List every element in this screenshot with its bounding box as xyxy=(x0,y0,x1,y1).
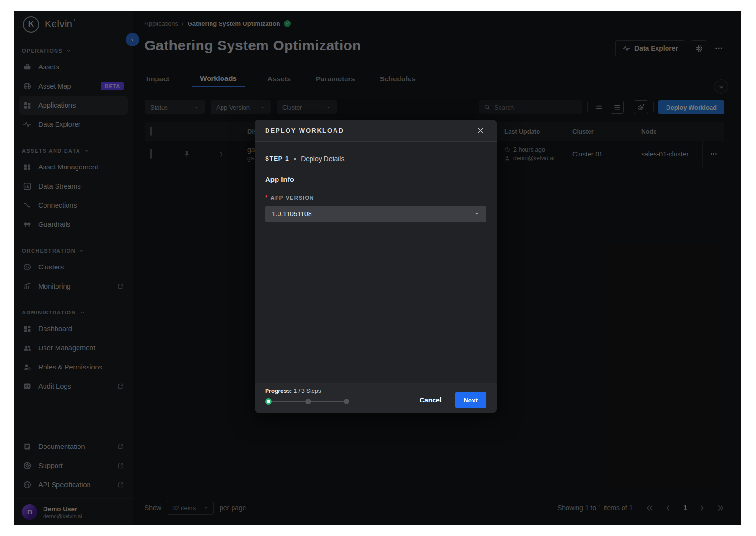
close-modal-button[interactable] xyxy=(475,125,486,136)
progress-value: 1 / 3 Steps xyxy=(293,388,321,394)
progress-text: Progress: 1 / 3 Steps xyxy=(265,388,349,394)
deploy-workload-modal: DEPLOY WORKLOAD STEP 1 Deploy Details Ap… xyxy=(255,120,497,413)
progress-indicator: Progress: 1 / 3 Steps xyxy=(265,388,349,413)
step-3-dot xyxy=(344,399,349,404)
step-2-dot xyxy=(305,399,311,404)
app-window: K Kelvin OPERATIONS Assets Asset Map BET… xyxy=(14,11,741,525)
progress-steps xyxy=(265,398,349,405)
modal-title: DEPLOY WORKLOAD xyxy=(265,127,344,134)
close-icon xyxy=(477,127,484,134)
step-name: Deploy Details xyxy=(301,155,344,163)
bullet-dot xyxy=(294,158,296,160)
progress-label: Progress: xyxy=(265,388,292,394)
step-label: STEP 1 xyxy=(265,156,289,162)
modal-footer: Progress: 1 / 3 Steps Cancel Next xyxy=(255,383,497,413)
next-button[interactable]: Next xyxy=(455,392,486,408)
modal-actions: Cancel Next xyxy=(420,388,486,413)
step-1-dot-active xyxy=(265,398,272,405)
field-label-text: APP VERSION xyxy=(271,195,315,201)
modal-body: STEP 1 Deploy Details App Info * APP VER… xyxy=(255,142,497,383)
caret-down-icon xyxy=(474,211,479,217)
app-version-value: 1.0.11051108 xyxy=(272,210,312,218)
step-indicator: STEP 1 Deploy Details xyxy=(265,155,486,163)
required-marker: * xyxy=(265,194,268,201)
app-info-heading: App Info xyxy=(265,175,486,183)
cancel-button[interactable]: Cancel xyxy=(420,396,442,404)
app-version-label: * APP VERSION xyxy=(265,194,486,201)
modal-header: DEPLOY WORKLOAD xyxy=(255,120,497,142)
app-version-select[interactable]: 1.0.11051108 xyxy=(265,206,486,222)
